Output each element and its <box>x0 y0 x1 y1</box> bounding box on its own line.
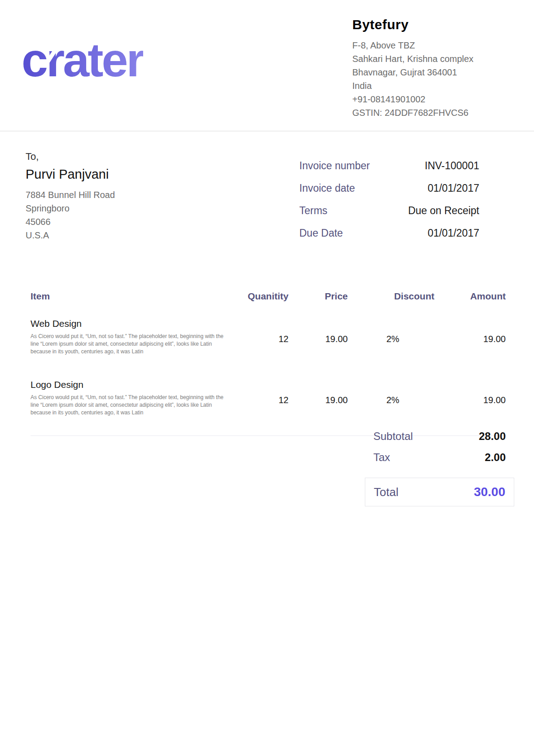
item-cell: Logo Design As Cicero would put it, “Um,… <box>31 379 232 417</box>
item-description: As Cicero would put it, “Um, not so fast… <box>31 333 232 356</box>
table-row: Logo Design As Cicero would put it, “Um,… <box>31 379 506 417</box>
column-header-discount: Discount <box>348 291 434 302</box>
item-price: 19.00 <box>289 318 348 344</box>
tax-value: 2.00 <box>485 451 506 464</box>
logo-slice-decoration <box>198 56 216 80</box>
total-box: Total 30.00 <box>365 478 514 506</box>
bill-to-block: To, Purvi Panjvani 7884 Bunnel Hill Road… <box>26 151 115 242</box>
company-address-line: Sahkari Hart, Krishna complex <box>352 52 473 66</box>
invoice-date-row: Invoice date 01/01/2017 <box>299 182 479 195</box>
item-description: As Cicero would put it, “Um, not so fast… <box>31 394 232 417</box>
subtotal-label: Subtotal <box>373 430 413 443</box>
due-date-row: Due Date 01/01/2017 <box>299 227 479 240</box>
crater-logo: crater <box>22 36 232 90</box>
customer-address-line: 7884 Bunnel Hill Road <box>26 188 115 202</box>
total-label: Total <box>374 485 398 499</box>
terms-label: Terms <box>299 205 328 217</box>
column-header-amount: Amount <box>434 291 506 302</box>
item-price: 19.00 <box>289 379 348 405</box>
customer-address-line: 45066 <box>26 215 115 229</box>
item-amount: 19.00 <box>434 318 506 344</box>
company-address-line: India <box>352 79 473 92</box>
table-row: Web Design As Cicero would put it, “Um, … <box>31 318 506 356</box>
item-name: Web Design <box>31 318 232 330</box>
tax-label: Tax <box>373 451 390 464</box>
totals-block: Subtotal 28.00 Tax 2.00 Total 30.00 <box>365 430 514 506</box>
item-discount: 2% <box>348 379 434 405</box>
terms-value: Due on Receipt <box>408 205 479 217</box>
customer-address-line: U.S.A <box>26 229 115 242</box>
item-amount: 19.00 <box>434 379 506 405</box>
invoice-date-value: 01/01/2017 <box>428 182 479 194</box>
company-info-block: Bytefury F-8, Above TBZ Sahkari Hart, Kr… <box>352 17 473 119</box>
column-header-item: Item <box>31 291 232 302</box>
invoice-number-label: Invoice number <box>299 160 370 172</box>
total-value: 30.00 <box>474 485 505 499</box>
terms-row: Terms Due on Receipt <box>299 205 479 217</box>
item-cell: Web Design As Cicero would put it, “Um, … <box>31 318 232 356</box>
company-address-line: F-8, Above TBZ <box>352 39 473 52</box>
due-date-value: 01/01/2017 <box>428 227 479 239</box>
item-name: Logo Design <box>31 379 232 391</box>
column-header-price: Price <box>289 291 348 302</box>
item-discount: 2% <box>348 318 434 344</box>
items-table: Item Quanitity Price Discount Amount Web… <box>31 291 506 436</box>
company-gstin: GSTIN: 24DDF7682FHVCS6 <box>352 106 473 119</box>
column-header-quantity: Quanitity <box>232 291 289 302</box>
subtotal-row: Subtotal 28.00 <box>365 430 514 443</box>
items-table-header: Item Quanitity Price Discount Amount <box>31 291 506 302</box>
item-quantity: 12 <box>232 318 289 344</box>
bill-to-label: To, <box>26 151 115 163</box>
item-quantity: 12 <box>232 379 289 405</box>
invoice-header: crater Bytefury F-8, Above TBZ Sahkari H… <box>0 0 534 132</box>
invoice-date-label: Invoice date <box>299 182 355 194</box>
company-name: Bytefury <box>352 17 473 32</box>
subtotal-value: 28.00 <box>479 430 506 443</box>
customer-address-line: Springboro <box>26 202 115 215</box>
invoice-meta-block: Invoice number INV-100001 Invoice date 0… <box>299 160 479 250</box>
company-address-line: Bhavnagar, Gujrat 364001 <box>352 66 473 79</box>
invoice-number-value: INV-100001 <box>425 160 479 172</box>
due-date-label: Due Date <box>299 227 343 239</box>
customer-name: Purvi Panjvani <box>26 167 115 182</box>
crater-logo-text: crater <box>22 36 143 84</box>
tax-row: Tax 2.00 <box>365 451 514 464</box>
invoice-number-row: Invoice number INV-100001 <box>299 160 479 172</box>
company-phone: +91-08141901002 <box>352 92 473 106</box>
